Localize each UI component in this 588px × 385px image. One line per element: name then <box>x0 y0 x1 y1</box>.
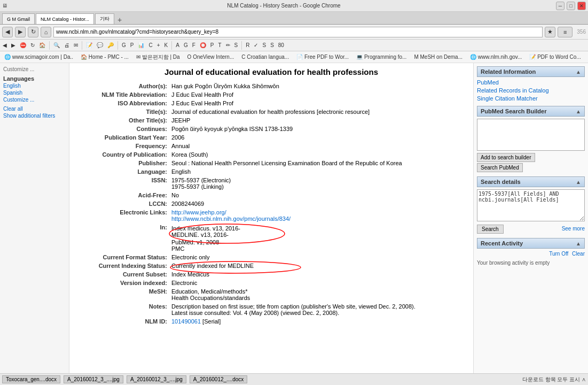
related-info-collapse[interactable]: ▲ <box>576 69 581 75</box>
toolbar-80-icon[interactable]: 80 <box>277 41 286 50</box>
field-label: Publication Start Year: <box>76 133 169 142</box>
show-all-downloads[interactable]: 다운로드 항목 모두 표시 ∧ <box>522 376 586 383</box>
toolbar-check-icon[interactable]: ✓ <box>252 41 260 50</box>
bookmark-scimagoir[interactable]: 🌐 www.scimagoir.com | Da.. <box>2 53 75 60</box>
toolbar-search-icon[interactable]: 🔍 <box>52 41 61 50</box>
field-value: JEEHP <box>169 116 467 125</box>
toolbar-p-icon[interactable]: P <box>129 41 136 50</box>
related-records[interactable]: Related Records in Catalog <box>477 87 585 94</box>
download-item-3[interactable]: A_20160012_3_....jpg <box>127 375 186 383</box>
toolbar-t-icon[interactable]: T <box>216 41 223 50</box>
table-row: Version indexed: Electronic <box>76 279 467 287</box>
field-value: 101490061 [Serial] <box>169 317 467 326</box>
bookmark-freepdf[interactable]: 📄 Free PDF to Wor... <box>294 53 351 60</box>
toolbar-pencil-icon[interactable]: ✏ <box>224 41 232 50</box>
settings-btn[interactable]: ≡ <box>558 27 573 37</box>
download-item-1[interactable]: Toxocara_gen....docx <box>2 375 60 383</box>
window-controls[interactable]: 🖥 <box>2 3 7 9</box>
toolbar-home-icon[interactable]: 🏠 <box>37 41 47 50</box>
download-item-2[interactable]: A_20160012_3_....jpg <box>64 375 123 383</box>
search-btn[interactable]: Search <box>477 225 504 234</box>
toolbar-p2-icon[interactable]: P <box>209 41 216 50</box>
refresh-btn[interactable]: ↻ <box>28 27 38 37</box>
toolbar-mail-icon[interactable]: ✉ <box>72 41 80 50</box>
home-btn[interactable]: ⌂ <box>41 27 51 37</box>
bookmark-pdf2word[interactable]: 📝 PDF to Word Co... <box>527 53 583 60</box>
toolbar-forward-icon[interactable]: ▶ <box>10 41 17 50</box>
search-details-collapse[interactable]: ▲ <box>576 179 581 185</box>
field-label: Current Format Status: <box>76 253 169 261</box>
sidebar-spanish[interactable]: Spanish <box>3 90 66 96</box>
sidebar-clear-all[interactable]: Clear all <box>3 106 66 112</box>
bookmark-oneview[interactable]: O OneView Intern... <box>185 53 237 60</box>
sidebar-show-filters[interactable]: Show additional filters <box>3 113 66 119</box>
bookmark-home-pmc[interactable]: 🏠 Home - PMC - ... <box>79 53 131 60</box>
toolbar-c-icon[interactable]: C <box>147 41 154 50</box>
toolbar-stop-icon[interactable]: ⛔ <box>18 41 28 50</box>
toolbar-k-icon[interactable]: K <box>163 41 170 50</box>
table-row: Title(s): Journal of educational evaluat… <box>76 107 467 116</box>
bookmark-croatian[interactable]: C Croatian langua... <box>239 53 291 60</box>
new-tab-btn[interactable]: + <box>117 16 122 24</box>
toolbar-print-icon[interactable]: 🖨 <box>62 41 71 50</box>
toolbar-g2-icon[interactable]: G <box>182 41 190 50</box>
recent-activity-section: Turn Off Clear Your browsing activity is… <box>477 251 585 266</box>
download-item-4[interactable]: A_20160012_....docx <box>190 375 248 383</box>
back-btn[interactable]: ◀ <box>2 27 13 37</box>
toolbar-key-icon[interactable]: 🔑 <box>106 41 115 50</box>
toolbar-plus-icon[interactable]: + <box>155 41 162 50</box>
field-label: NLM Title Abbreviation: <box>76 90 169 99</box>
tab-gmail[interactable]: G M Gmail <box>2 13 35 24</box>
toolbar-s-icon[interactable]: S <box>233 41 240 50</box>
forward-btn[interactable]: ▶ <box>15 27 26 37</box>
related-info-title: Related Information <box>481 68 536 75</box>
maximize-btn[interactable]: □ <box>567 2 575 10</box>
add-to-search-btn[interactable]: Add to search builder <box>477 153 535 162</box>
table-row: Current Indexing Status: Currently index… <box>76 261 467 270</box>
bookmark-mail[interactable]: ✉ 발은편지함 | Da <box>134 53 182 61</box>
toolbar-s3-icon[interactable]: S <box>269 41 276 50</box>
toolbar-f-icon[interactable]: F <box>191 41 197 50</box>
in-value-index-medicus: Index medicus. v13, 2016-MEDLINE. v13, 2… <box>171 224 240 239</box>
toolbar-chart-icon[interactable]: 📊 <box>136 41 146 50</box>
table-row: Publisher: Seoul : National Health Perso… <box>76 159 467 167</box>
bookmark-nlm[interactable]: 🌐 www.nlm.nih.gov... <box>468 53 524 60</box>
toolbar-refresh-icon[interactable]: ↻ <box>29 41 36 50</box>
window-icon: 🖥 <box>2 3 7 9</box>
pubmed-search-collapse[interactable]: ▲ <box>576 109 581 114</box>
toolbar-s2-icon[interactable]: S <box>261 41 268 50</box>
see-more-link[interactable]: See more <box>562 226 585 232</box>
field-label: Author(s): <box>76 82 169 90</box>
address-bar[interactable] <box>53 27 543 37</box>
tab-nlm[interactable]: NLM Catalog - Histor... <box>36 13 94 24</box>
toolbar-discuss-icon[interactable]: 💬 <box>95 41 105 50</box>
table-row: Current Format Status: Electronic only <box>76 253 467 261</box>
toolbar-g-icon[interactable]: G <box>120 41 128 50</box>
bookmark-programming[interactable]: 💻 Programming fo... <box>354 53 409 60</box>
related-citation-matcher[interactable]: Single Citation Matcher <box>477 95 585 102</box>
recent-activity-title: Recent Activity <box>481 240 523 247</box>
toolbar-r2-icon[interactable]: R <box>244 41 251 50</box>
sidebar-english[interactable]: English <box>3 83 66 89</box>
search-pubmed-btn[interactable]: Search PubMed <box>477 163 523 172</box>
clear-link[interactable]: Clear <box>572 251 585 257</box>
go-btn[interactable]: ★ <box>545 27 555 37</box>
bookmark-mesh[interactable]: M MeSH on Dema... <box>412 53 465 60</box>
toolbar-edit-icon[interactable]: 📝 <box>84 41 94 50</box>
pubmed-search-textarea[interactable] <box>477 119 585 151</box>
electronic-link-1[interactable]: http://www.jeehp.org/ <box>171 209 226 215</box>
toolbar-0-icon[interactable]: ⭕ <box>198 41 208 50</box>
sidebar-customize[interactable]: Customize ... <box>3 66 66 72</box>
minimize-btn[interactable]: ─ <box>556 2 565 10</box>
sidebar-customize-link[interactable]: Customize ... <box>3 97 66 103</box>
recent-activity-collapse[interactable]: ▲ <box>576 241 581 247</box>
nlm-id-link[interactable]: 101490061 <box>171 318 201 325</box>
tab-other[interactable]: 기타 <box>95 13 114 24</box>
related-pubmed[interactable]: PubMed <box>477 79 585 86</box>
toolbar-back-icon[interactable]: ◀ <box>1 41 9 50</box>
electronic-link-2[interactable]: http://www.ncbi.nlm.nih.gov/pmc/journals… <box>171 215 291 222</box>
turn-off-link[interactable]: Turn Off <box>549 251 568 257</box>
field-value: Han guk Pogŏn Ŭiryŏm Kukka Sihŏmwŏn <box>169 82 467 90</box>
close-btn[interactable]: ✕ <box>577 2 586 10</box>
toolbar-a-icon[interactable]: A <box>174 41 181 50</box>
